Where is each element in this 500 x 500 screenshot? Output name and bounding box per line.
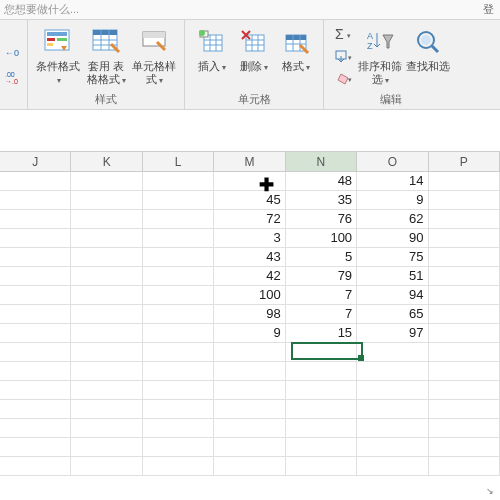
cell[interactable]: 43	[214, 248, 285, 267]
column-header[interactable]: O	[357, 152, 428, 171]
cell[interactable]	[0, 248, 71, 267]
cell[interactable]	[71, 438, 142, 457]
cell[interactable]	[214, 438, 285, 457]
cell[interactable]: 7	[286, 286, 357, 305]
cell[interactable]	[143, 381, 214, 400]
cell[interactable]: 65	[357, 305, 428, 324]
format-table-button[interactable]: 套用 表格格式▾	[82, 22, 130, 92]
cell[interactable]	[0, 419, 71, 438]
cell[interactable]	[143, 343, 214, 362]
column-header[interactable]: N	[286, 152, 357, 171]
cell[interactable]	[429, 419, 500, 438]
cell[interactable]: 76	[286, 210, 357, 229]
cell[interactable]	[286, 457, 357, 476]
cell[interactable]: 7	[286, 305, 357, 324]
cell[interactable]	[71, 229, 142, 248]
cell[interactable]	[214, 457, 285, 476]
column-header[interactable]: K	[71, 152, 142, 171]
fill-button[interactable]: ▾	[332, 46, 354, 66]
clear-button[interactable]: ▾	[332, 68, 354, 88]
cell[interactable]	[429, 229, 500, 248]
column-headers[interactable]: JKLMNOP	[0, 152, 500, 172]
cell[interactable]: 15	[286, 324, 357, 343]
cell[interactable]	[429, 191, 500, 210]
tell-me-bar[interactable]: 您想要做什么... 登	[0, 0, 500, 20]
cell[interactable]	[286, 343, 357, 362]
format-button[interactable]: 格式▾	[275, 22, 317, 92]
cell[interactable]	[214, 381, 285, 400]
column-header[interactable]: L	[143, 152, 214, 171]
cell[interactable]	[0, 362, 71, 381]
cell[interactable]	[429, 457, 500, 476]
cell[interactable]: 94	[357, 286, 428, 305]
cell[interactable]	[286, 419, 357, 438]
cell[interactable]	[357, 400, 428, 419]
cell[interactable]	[143, 305, 214, 324]
cell[interactable]	[0, 400, 71, 419]
cell[interactable]	[71, 419, 142, 438]
delete-button[interactable]: 删除▾	[233, 22, 275, 92]
spreadsheet-grid[interactable]: JKLMNOP 48144535972766231009043575427951…	[0, 152, 500, 476]
cell[interactable]	[286, 400, 357, 419]
column-header[interactable]: P	[429, 152, 500, 171]
cell[interactable]	[143, 229, 214, 248]
cell[interactable]: 51	[357, 267, 428, 286]
cell[interactable]	[429, 324, 500, 343]
cell[interactable]	[286, 438, 357, 457]
cell[interactable]	[429, 362, 500, 381]
cell[interactable]: 90	[357, 229, 428, 248]
cell[interactable]: 62	[357, 210, 428, 229]
cell[interactable]: 5	[286, 248, 357, 267]
cell[interactable]	[357, 419, 428, 438]
cell[interactable]	[143, 457, 214, 476]
cell[interactable]	[357, 362, 428, 381]
cell[interactable]	[214, 419, 285, 438]
cell[interactable]	[71, 457, 142, 476]
cell[interactable]	[0, 267, 71, 286]
cell[interactable]: 79	[286, 267, 357, 286]
cell[interactable]	[71, 381, 142, 400]
cell[interactable]	[71, 210, 142, 229]
column-header[interactable]: M	[214, 152, 285, 171]
cell[interactable]	[71, 286, 142, 305]
sort-filter-button[interactable]: AZ 排序和筛选▾	[356, 22, 404, 92]
cell[interactable]	[429, 286, 500, 305]
cell[interactable]	[0, 305, 71, 324]
cell[interactable]	[214, 343, 285, 362]
cell[interactable]	[429, 381, 500, 400]
cell[interactable]	[0, 229, 71, 248]
cell[interactable]: 48	[286, 172, 357, 191]
cell[interactable]	[357, 381, 428, 400]
cell[interactable]	[143, 400, 214, 419]
cell[interactable]	[214, 362, 285, 381]
cell[interactable]	[71, 305, 142, 324]
cell[interactable]	[143, 267, 214, 286]
cell[interactable]	[286, 381, 357, 400]
cell[interactable]	[0, 381, 71, 400]
cell[interactable]	[143, 248, 214, 267]
cell[interactable]	[143, 210, 214, 229]
cell[interactable]	[71, 172, 142, 191]
cell[interactable]	[0, 324, 71, 343]
column-header[interactable]: J	[0, 152, 71, 171]
cell[interactable]	[71, 343, 142, 362]
formula-bar-area[interactable]	[0, 110, 500, 152]
cell[interactable]: 9	[357, 191, 428, 210]
cell[interactable]	[143, 438, 214, 457]
cell[interactable]: 100	[214, 286, 285, 305]
cell[interactable]	[357, 457, 428, 476]
cell[interactable]	[71, 324, 142, 343]
cell[interactable]	[214, 400, 285, 419]
cell[interactable]	[429, 305, 500, 324]
cell[interactable]	[143, 324, 214, 343]
cell[interactable]	[0, 191, 71, 210]
cell[interactable]	[143, 286, 214, 305]
cell[interactable]: 100	[286, 229, 357, 248]
cell-styles-button[interactable]: 单元格样式▾	[130, 22, 178, 92]
cell[interactable]	[71, 191, 142, 210]
cell[interactable]	[0, 438, 71, 457]
login-link[interactable]: 登	[483, 2, 494, 17]
cell[interactable]	[0, 286, 71, 305]
cell[interactable]	[214, 172, 285, 191]
cell[interactable]	[429, 210, 500, 229]
